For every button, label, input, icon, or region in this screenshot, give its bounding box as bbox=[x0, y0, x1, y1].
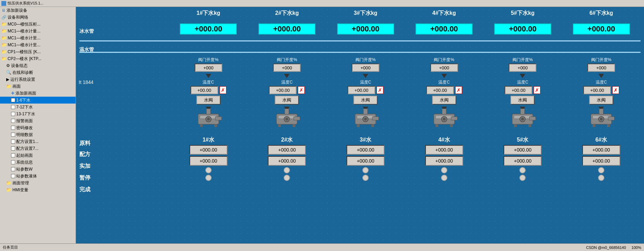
valve-label-col1: 阀门开度% bbox=[198, 57, 218, 63]
recipe-box-col4[interactable]: +000.00 bbox=[425, 145, 463, 155]
alarm-icon-col6[interactable]: ✗ bbox=[612, 86, 619, 94]
sidebar-item-screen-pwd[interactable]: 密码修改 bbox=[0, 124, 76, 131]
sidebar-item-hmi-vars[interactable]: 📁HMI变量 bbox=[0, 186, 76, 193]
recipe-value-col2: +000.00 bbox=[256, 145, 318, 155]
done-indicator-col1[interactable] bbox=[205, 175, 212, 181]
temp-input-col1[interactable]: +00.00 bbox=[191, 86, 218, 94]
sidebar-item-screen-1-6[interactable]: 1-6下水 bbox=[0, 97, 76, 104]
temp-input-col5[interactable]: +00.00 bbox=[505, 86, 532, 94]
sidebar-item-screen-recipe7[interactable]: 配方设置7... bbox=[0, 145, 76, 152]
sidebar-label: CP2—楼水 [KTP... bbox=[8, 56, 41, 62]
sidebar-item-screen-13-17[interactable]: 13-17下水 bbox=[0, 110, 76, 117]
sidebar-label: HMI变量 bbox=[12, 187, 28, 193]
sidebar-item-cp1[interactable]: 📁CP1—楼恒压 [K... bbox=[0, 48, 76, 55]
water-valve-btn-col4[interactable]: 水阀 bbox=[432, 96, 456, 105]
done-indicator-col5[interactable] bbox=[519, 175, 526, 181]
sidebar-item-add-screen[interactable]: ✚添加新画面 bbox=[0, 90, 76, 97]
pump-svg-col2 bbox=[273, 107, 301, 128]
sidebar-item-online-diag[interactable]: 🔍在线和诊断 bbox=[0, 69, 76, 76]
temp-input-col3[interactable]: +00.00 bbox=[348, 86, 375, 94]
cyan-value-col3[interactable]: +000.00 bbox=[337, 23, 394, 35]
water-valve-btn-col6[interactable]: 水阀 bbox=[589, 96, 613, 105]
pump-col-col5 bbox=[491, 107, 554, 128]
actual-box-col4[interactable]: +000.00 bbox=[425, 156, 463, 166]
alarm-icon-col3[interactable]: ✗ bbox=[377, 86, 383, 94]
sidebar-item-mc1c[interactable]: 📁MC1—楼水计里... bbox=[0, 41, 76, 48]
actual-box-col5[interactable]: +000.00 bbox=[504, 156, 541, 166]
pause-indicator-col4[interactable] bbox=[441, 167, 447, 173]
actual-box-col6[interactable]: +000.00 bbox=[582, 156, 620, 166]
app-icon bbox=[1, 1, 6, 6]
temp-input-col6[interactable]: +00.00 bbox=[583, 86, 611, 94]
sidebar-item-mc1b[interactable]: 📁MC1—楼水计里... bbox=[0, 35, 76, 41]
sidebar-item-screen-stationl[interactable]: 站参数液体 bbox=[0, 173, 76, 180]
sidebar-item-device-group[interactable]: ⚙设备组态 bbox=[0, 62, 76, 69]
sidebar-item-screens[interactable]: 📁画面 bbox=[0, 83, 76, 90]
pause-indicator-col2[interactable] bbox=[284, 167, 290, 173]
actual-value-col1: +000.00 bbox=[177, 156, 240, 166]
sidebar-item-runtime-set[interactable]: ▶运行系统设置 bbox=[0, 76, 76, 83]
water-valve-btn-col1[interactable]: 水阀 bbox=[196, 96, 221, 105]
done-indicator-col6[interactable] bbox=[598, 175, 604, 181]
alarm-icon-col5[interactable]: ✗ bbox=[534, 86, 540, 94]
svg-rect-37 bbox=[529, 117, 536, 120]
sidebar-item-screen-start[interactable]: 起始画面 bbox=[0, 152, 76, 159]
svg-point-7 bbox=[207, 118, 210, 120]
actual-box-col1[interactable]: +000.00 bbox=[189, 156, 227, 166]
temp-section: 温度C +00.00 ✗ 温度C +00.00 ✗ 温度C +00.00 ✗ 温… bbox=[169, 79, 641, 94]
sidebar-item-screen-alarm[interactable]: 报警画面 bbox=[0, 117, 76, 124]
sidebar-item-screen-stationw[interactable]: 站参数W bbox=[0, 166, 76, 173]
valve-input-col2[interactable]: +000 bbox=[273, 64, 301, 72]
cyan-value-col1[interactable]: +000.00 bbox=[180, 23, 237, 35]
done-cell-col6 bbox=[570, 175, 632, 181]
recipe-box-col2[interactable]: +000.00 bbox=[268, 145, 306, 155]
sidebar-item-add-device[interactable]: 🖥添加新设备 bbox=[0, 7, 76, 14]
sidebar-item-mc1a[interactable]: 📁MC1—楼水计量... bbox=[0, 28, 76, 35]
done-indicator-col4[interactable] bbox=[441, 175, 447, 181]
alarm-icon-col2[interactable]: ✗ bbox=[298, 86, 305, 94]
cyan-value-col4[interactable]: +000.00 bbox=[416, 23, 472, 35]
water-valve-btn-col3[interactable]: 水阀 bbox=[353, 96, 378, 105]
temp-input-col4[interactable]: +00.00 bbox=[426, 86, 454, 94]
recipe-box-col5[interactable]: +000.00 bbox=[504, 145, 541, 155]
valve-input-col4[interactable]: +000 bbox=[430, 64, 458, 72]
valve-label-col4: 阀门开度% bbox=[434, 57, 454, 63]
cyan-value-col5[interactable]: +000.00 bbox=[494, 23, 551, 35]
done-indicator-col3[interactable] bbox=[362, 175, 369, 181]
sidebar-item-cp2[interactable]: 📁CP2—楼水 [KTP... bbox=[0, 55, 76, 62]
sidebar-item-set-addr[interactable]: 🔗设备和网络 bbox=[0, 14, 76, 21]
done-indicator-col2[interactable] bbox=[284, 175, 290, 181]
done-cell-col4 bbox=[413, 175, 475, 181]
sidebar-label: MC1—楼水计量... bbox=[8, 28, 40, 34]
pause-indicator-col1[interactable] bbox=[205, 167, 212, 173]
sidebar-item-screen-detail[interactable]: 明细数据 bbox=[0, 131, 76, 138]
sidebar-scroll[interactable]: 🖥添加新设备🔗设备和网络📁MC0—楼恒压柜...📁MC1—楼水计量...📁MC1… bbox=[0, 7, 76, 243]
water-valve-btn-col2[interactable]: 水阀 bbox=[275, 96, 299, 105]
recipe-box-col3[interactable]: +000.00 bbox=[347, 145, 384, 155]
sidebar-item-screen-7-12[interactable]: 7-12下水 bbox=[0, 104, 76, 110]
cyan-value-col6[interactable]: +000.00 bbox=[573, 23, 630, 35]
recipe-box-col1[interactable]: +000.00 bbox=[189, 145, 227, 155]
alarm-icon-col1[interactable]: ✗ bbox=[219, 86, 226, 94]
pause-indicator-col5[interactable] bbox=[519, 167, 526, 173]
sidebar-label: MC1—楼水计里... bbox=[8, 42, 40, 48]
valve-input-col5[interactable]: +000 bbox=[509, 64, 536, 72]
svg-rect-27 bbox=[450, 124, 453, 127]
pause-indicator-col3[interactable] bbox=[362, 167, 369, 173]
water-valve-btn-col5[interactable]: 水阀 bbox=[510, 96, 535, 105]
sidebar-item-mc0[interactable]: 📁MC0—楼恒压柜... bbox=[0, 21, 76, 28]
valve-input-col1[interactable]: +000 bbox=[195, 64, 222, 72]
valve-input-col3[interactable]: +000 bbox=[352, 64, 379, 72]
actual-box-col3[interactable]: +000.00 bbox=[347, 156, 384, 166]
recipe-box-col6[interactable]: +000.00 bbox=[582, 145, 620, 155]
actual-box-col2[interactable]: +000.00 bbox=[268, 156, 306, 166]
alarm-icon-col4[interactable]: ✗ bbox=[455, 86, 462, 94]
temp-input-col2[interactable]: +00.00 bbox=[269, 86, 296, 94]
sidebar-item-screen-recipe1[interactable]: 配方设置1... bbox=[0, 138, 76, 145]
cyan-value-col2[interactable]: +000.00 bbox=[258, 23, 315, 35]
valve-col-col1: 阀门开度% +000 bbox=[177, 57, 240, 79]
pause-indicator-col6[interactable] bbox=[598, 167, 604, 173]
sidebar-item-screen-sysinfo[interactable]: 系统信息 bbox=[0, 159, 76, 166]
sidebar-item-screen-mgmt[interactable]: 📁画面管理 bbox=[0, 180, 76, 186]
valve-input-col6[interactable]: +000 bbox=[587, 64, 615, 72]
